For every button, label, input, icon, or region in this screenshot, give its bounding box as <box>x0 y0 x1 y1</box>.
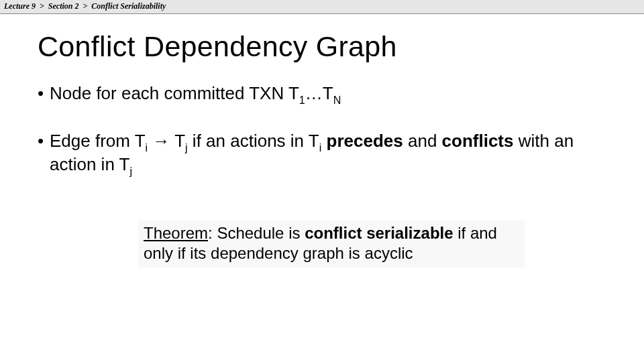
theorem-box: Theorem: Schedule is conflict serializab… <box>138 221 525 267</box>
breadcrumb-sep: > <box>40 1 44 11</box>
arrow-icon: → T <box>148 131 185 151</box>
bullet-text: …T <box>305 83 333 103</box>
subscript-i: i <box>319 141 322 154</box>
bullet-dot-icon: • <box>38 131 50 152</box>
theorem-label: Theorem <box>144 224 208 242</box>
breadcrumb-section: Section 2 <box>48 1 79 11</box>
bullet-text: if an actions in T <box>188 131 319 151</box>
subscript-1: 1 <box>299 94 305 106</box>
bullet-node: •Node for each committed TXN T1…TN <box>38 83 606 107</box>
breadcrumb-sep: > <box>83 1 88 11</box>
page-title: Conflict Dependency Graph <box>38 30 606 63</box>
breadcrumb-lecture: Lecture 9 <box>4 1 36 11</box>
kw-conflicts: conflicts <box>442 131 514 151</box>
breadcrumb: Lecture 9 > Section 2 > Conflict Seriali… <box>0 0 644 14</box>
bullet-text: Edge from T <box>50 131 146 151</box>
space <box>321 131 326 151</box>
breadcrumb-topic: Conflict Serializability <box>91 1 166 11</box>
kw-conflict-serializable: conflict serializable <box>305 224 453 242</box>
subscript-n: N <box>333 94 341 106</box>
subscript-j: j <box>185 141 188 154</box>
slide-content: Conflict Dependency Graph •Node for each… <box>0 14 644 267</box>
theorem-text: : Schedule is <box>208 224 305 242</box>
subscript-j: j <box>129 165 132 177</box>
bullet-text: and <box>403 131 442 151</box>
bullet-dot-icon: • <box>38 83 50 105</box>
bullet-edge: •Edge from Ti → Tj if an actions in Ti p… <box>38 131 606 178</box>
kw-precedes: precedes <box>327 131 403 151</box>
subscript-i: i <box>146 141 148 154</box>
bullet-text: Node for each committed TXN T <box>50 83 299 103</box>
